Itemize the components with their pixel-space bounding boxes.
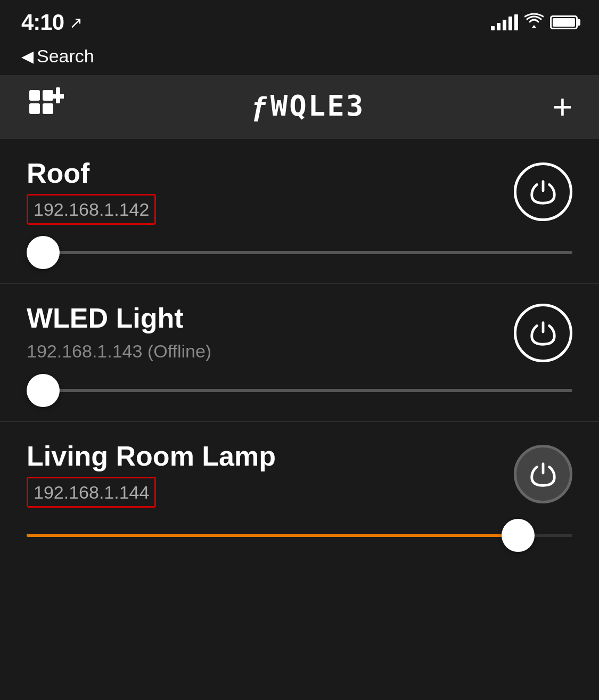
svg-rect-0 — [29, 90, 40, 101]
power-button-wled-light[interactable] — [514, 304, 572, 362]
battery-icon — [550, 15, 578, 29]
device-info-roof: Roof 192.168.1.142 — [27, 158, 498, 225]
device-item-living-room-lamp: Living Room Lamp 192.168.1.144 — [0, 422, 599, 566]
back-chevron-icon: ◀ — [21, 47, 34, 66]
device-info-living-room-lamp: Living Room Lamp 192.168.1.144 — [27, 441, 498, 508]
slider-living-room-lamp[interactable] — [27, 520, 572, 550]
device-item-roof: Roof 192.168.1.142 — [0, 139, 599, 284]
power-button-living-room-lamp[interactable] — [514, 445, 572, 503]
svg-rect-2 — [29, 103, 40, 114]
wifi-icon — [524, 13, 544, 32]
device-name-living-room-lamp[interactable]: Living Room Lamp — [27, 441, 498, 471]
device-ip-living-room-lamp[interactable]: 192.168.1.144 — [27, 477, 156, 508]
back-button[interactable]: ◀ Search — [21, 46, 94, 67]
toolbar-logo: ƒWQLE3 — [251, 89, 365, 125]
svg-rect-5 — [49, 94, 64, 99]
status-time: 4:10 ↗ — [21, 10, 83, 35]
signal-bars-icon — [491, 14, 518, 30]
device-ip-wled-light: 192.168.1.143 (Offline) — [27, 339, 211, 363]
device-ip-roof[interactable]: 192.168.1.142 — [27, 194, 156, 225]
device-item-wled-light: WLED Light 192.168.1.143 (Offline) — [0, 284, 599, 421]
navigation-icon: ↗ — [69, 13, 83, 32]
svg-rect-3 — [43, 103, 53, 114]
back-label: Search — [37, 46, 94, 67]
status-icons — [491, 13, 578, 32]
slider-wled-light[interactable] — [27, 376, 572, 405]
toolbar: ƒWQLE3 + — [0, 75, 599, 139]
device-name-roof[interactable]: Roof — [27, 158, 498, 189]
power-button-roof[interactable] — [514, 162, 572, 221]
device-name-wled-light[interactable]: WLED Light — [27, 303, 498, 333]
toolbar-left-icon[interactable] — [27, 85, 64, 129]
time-display: 4:10 — [21, 10, 64, 35]
slider-roof[interactable] — [27, 238, 572, 267]
back-navigation: ◀ Search — [0, 40, 599, 75]
device-list: Roof 192.168.1.142 WLED Light 192.1 — [0, 139, 599, 566]
add-button[interactable]: + — [553, 90, 572, 124]
device-info-wled-light: WLED Light 192.168.1.143 (Offline) — [27, 303, 498, 362]
status-bar: 4:10 ↗ — [0, 0, 599, 40]
